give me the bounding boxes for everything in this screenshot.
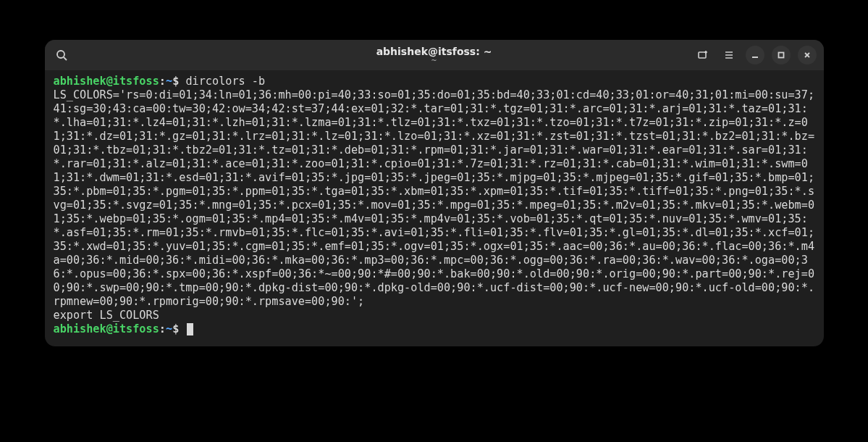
- cursor: [187, 323, 193, 335]
- terminal-body[interactable]: abhishek@itsfoss:~$ dircolors -b LS_COLO…: [45, 70, 824, 346]
- titlebar: abhishek@itsfoss: ~ ~: [45, 40, 824, 70]
- prompt-path: ~: [166, 322, 172, 335]
- minimize-button[interactable]: [746, 46, 764, 64]
- prompt-line-2: abhishek@itsfoss:~$: [54, 322, 815, 336]
- output-ls-colors: LS_COLORS='rs=0:di=01;34:ln=01;36:mh=00:…: [54, 88, 815, 309]
- terminal-window: abhishek@itsfoss: ~ ~ abhishek@itsfoss:~…: [45, 40, 824, 346]
- prompt-colon: :: [159, 322, 166, 335]
- window-subtitle: ~: [431, 57, 437, 64]
- prompt-dollar: $: [172, 75, 179, 88]
- svg-rect-9: [778, 53, 783, 58]
- new-tab-icon[interactable]: [694, 46, 712, 64]
- prompt-path: ~: [166, 75, 172, 88]
- search-icon[interactable]: [52, 46, 71, 64]
- svg-point-0: [57, 51, 64, 58]
- svg-line-1: [64, 57, 67, 60]
- prompt-line-1: abhishek@itsfoss:~$ dircolors -b: [54, 75, 815, 88]
- titlebar-controls: [694, 46, 817, 64]
- menu-icon[interactable]: [720, 46, 738, 64]
- prompt-user-host: abhishek@itsfoss: [54, 322, 159, 335]
- window-title: abhishek@itsfoss: ~: [376, 46, 492, 57]
- output-export: export LS_COLORS: [54, 309, 815, 322]
- prompt-colon: :: [159, 75, 166, 88]
- svg-rect-2: [699, 52, 706, 58]
- prompt-user-host: abhishek@itsfoss: [54, 75, 159, 88]
- prompt-dollar: $: [172, 322, 179, 335]
- close-button[interactable]: [798, 46, 817, 64]
- command-text: dircolors -b: [185, 75, 265, 88]
- maximize-button[interactable]: [772, 46, 791, 64]
